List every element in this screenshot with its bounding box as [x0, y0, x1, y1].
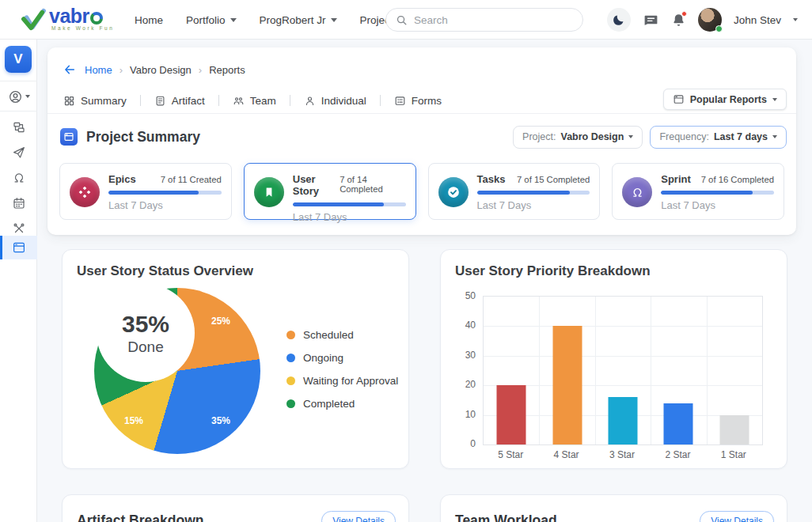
back-button[interactable]	[63, 63, 76, 76]
navbar-right-cluster: John Stev	[607, 0, 798, 40]
team-icon	[233, 95, 245, 107]
sidebar-item-calendar[interactable]	[0, 191, 37, 215]
chart-title: User Story Status Overview	[77, 263, 253, 279]
sprint-loop-icon	[12, 171, 26, 185]
progress-bar	[108, 191, 222, 195]
tab-team[interactable]: Team	[233, 95, 276, 107]
legend-dot	[286, 399, 295, 408]
chart-title: User Story Priority Breakdown	[455, 263, 651, 279]
stat-top-row: Sprint 7 of 16 Completed	[661, 173, 774, 185]
legend-dot	[286, 331, 295, 339]
popular-reports-label: Popular Reports	[690, 94, 767, 105]
user-name: John Stev	[734, 14, 781, 26]
person-icon	[304, 95, 316, 107]
view-details-button[interactable]: View Details	[321, 511, 396, 522]
messages-button[interactable]	[643, 12, 659, 28]
tabs-divider	[47, 113, 796, 114]
card-title: Artifact Breakdown	[77, 513, 203, 522]
tab-artifact[interactable]: Artifact	[154, 95, 205, 107]
search-bar[interactable]	[385, 8, 583, 32]
breadcrumb-home[interactable]: Home	[85, 64, 112, 76]
nav-item-portfolio[interactable]: Portfolio	[186, 14, 237, 26]
sidebar-item-workflow[interactable]	[0, 115, 37, 139]
breadcrumb-project[interactable]: Vabro Design	[130, 64, 192, 76]
sidebar-item-reports[interactable]	[0, 236, 37, 259]
filter-value: Last 7 days	[714, 131, 768, 142]
search-icon	[396, 14, 408, 26]
avatar[interactable]	[698, 8, 722, 32]
stat-card-epics[interactable]: Epics 7 of 11 Created Last 7 Days	[59, 163, 232, 220]
priority-breakdown-card: User Story Priority Breakdown 0102030405…	[440, 249, 787, 469]
progress-fill	[293, 202, 385, 206]
report-window-icon	[673, 93, 685, 105]
stat-count: 7 of 11 Created	[161, 175, 222, 184]
profile-icon	[8, 89, 23, 104]
popular-reports-button[interactable]: Popular Reports	[663, 89, 787, 110]
nav-item-label: Portfolio	[186, 14, 226, 26]
dark-mode-toggle[interactable]	[607, 8, 631, 32]
stat-name: Epics	[108, 173, 136, 185]
card-title: Team Workload	[455, 513, 557, 522]
nav-links: Home Portfolio ProgRobert Jr Projects	[135, 0, 409, 40]
bar-2-star	[664, 403, 693, 444]
left-sidebar: V	[0, 40, 37, 522]
sidebar-v-logo[interactable]: V	[5, 46, 32, 73]
crossed-tools-icon	[12, 221, 26, 236]
chevron-down-icon[interactable]	[793, 18, 798, 21]
bar-4-star	[552, 326, 582, 444]
legend-label: Completed	[303, 398, 355, 410]
slice-label: 25%	[211, 316, 230, 327]
search-input[interactable]	[414, 14, 556, 26]
workflow-icon	[12, 120, 26, 134]
legend-dot	[286, 376, 295, 385]
tab-forms[interactable]: Forms	[394, 95, 442, 107]
nav-item-home[interactable]: Home	[135, 14, 163, 26]
progress-bar	[477, 191, 590, 195]
brand-name: vabr	[49, 5, 89, 28]
stat-card-tasks[interactable]: Tasks 7 of 15 Completed Last 7 Days	[428, 163, 601, 220]
x-tick-label: 1 Star	[721, 449, 746, 460]
online-status-dot	[715, 25, 723, 32]
stat-card-user-story[interactable]: User Story 7 of 14 Completed Last 7 Days	[244, 163, 416, 220]
report-tabs: Summary Artifact Team	[63, 90, 442, 111]
project-filter-dropdown[interactable]: Project: Vabro Design	[513, 126, 643, 149]
x-tick-label: 4 Star	[554, 449, 579, 460]
stat-body: Sprint 7 of 16 Completed Last 7 Days	[661, 173, 774, 211]
filter-label: Frequency:	[659, 131, 709, 142]
sprint-icon	[622, 177, 652, 207]
bar-3-star	[609, 397, 638, 444]
nav-item-progrobert[interactable]: ProgRobert Jr	[260, 14, 337, 26]
tab-label: Individual	[321, 95, 366, 107]
view-details-button[interactable]: View Details	[700, 511, 774, 522]
sidebar-item-profile[interactable]	[0, 85, 37, 108]
x-tick-label: 5 Star	[498, 449, 523, 460]
gridline	[651, 297, 651, 444]
status-overview-card: User Story Status Overview 25%35%15%35% …	[62, 249, 409, 469]
progress-fill	[477, 191, 570, 195]
vabro-logo[interactable]: vabr Make Work Fun	[21, 5, 103, 35]
stat-top-row: Tasks 7 of 15 Completed	[477, 173, 590, 185]
chevron-down-icon	[772, 98, 777, 101]
bar-chart-plot[interactable]	[483, 296, 763, 445]
frequency-filter-dropdown[interactable]: Frequency: Last 7 days	[650, 126, 787, 149]
logo-checkmark-icon	[21, 8, 46, 35]
stat-card-sprint[interactable]: Sprint 7 of 16 Completed Last 7 Days	[612, 163, 784, 220]
notifications-button[interactable]	[671, 13, 686, 28]
tab-individual[interactable]: Individual	[304, 95, 366, 107]
gridline	[484, 326, 762, 327]
x-tick-label: 2 Star	[665, 449, 690, 460]
tab-separator	[218, 95, 219, 106]
stat-period: Last 7 Days	[108, 199, 222, 211]
progress-fill	[661, 191, 753, 195]
sidebar-item-sprint[interactable]	[0, 166, 37, 190]
sidebar-divider	[0, 111, 37, 112]
tasks-icon	[438, 177, 469, 207]
artifact-icon	[154, 95, 166, 107]
legend-label: Waiting for Approval	[303, 375, 398, 387]
nav-item-label: Home	[135, 14, 163, 26]
tab-summary[interactable]: Summary	[63, 95, 127, 107]
gridline	[595, 297, 596, 444]
sidebar-item-launch[interactable]	[0, 141, 37, 165]
stat-top-row: Epics 7 of 11 Created	[108, 173, 222, 185]
tab-separator	[290, 95, 290, 106]
